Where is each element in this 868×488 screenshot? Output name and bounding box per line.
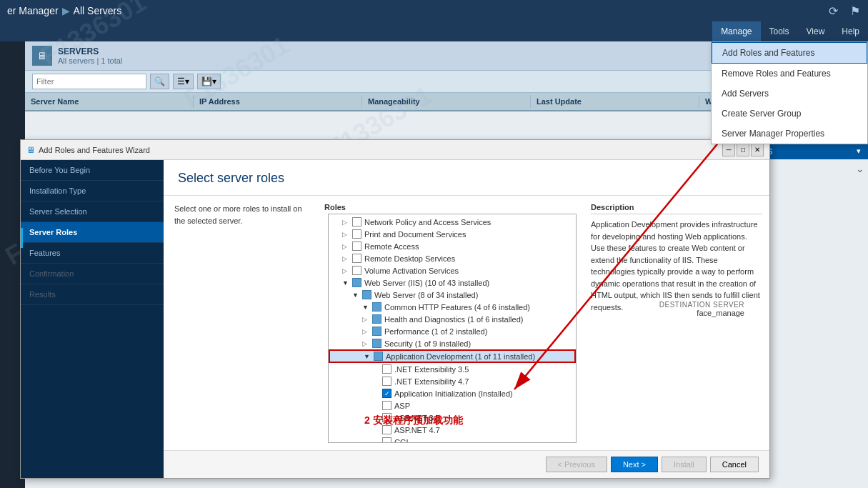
wizard-install-btn[interactable]: Install xyxy=(662,457,707,472)
filter-search-btn[interactable]: 🔍 xyxy=(150,74,169,89)
wizard-next-btn[interactable]: Next > xyxy=(611,457,658,472)
role-web-server-iis[interactable]: ▼ Web Server (IIS) (10 of 43 installed) xyxy=(329,277,576,289)
role-expand-icon[interactable]: ▷ xyxy=(372,439,381,444)
role-volume-activation[interactable]: ▷ Volume Activation Services xyxy=(329,264,576,277)
wizard-cancel-btn[interactable]: Cancel xyxy=(710,457,759,472)
wizard-instruction: Select one or more roles to install on t… xyxy=(174,203,310,226)
role-expand-iis-icon[interactable]: ▼ xyxy=(342,279,351,287)
tasks-chevron[interactable]: ⌄ xyxy=(856,163,864,174)
wizard-nav-confirmation[interactable]: Confirmation xyxy=(21,264,164,284)
wizard-previous-btn[interactable]: < Previous xyxy=(546,457,607,472)
role-common-http[interactable]: ▼ Common HTTP Features (4 of 6 installed… xyxy=(329,301,576,313)
role-expand-icon[interactable]: ▷ xyxy=(342,231,351,238)
filter-input[interactable] xyxy=(32,74,146,89)
role-app-init[interactable]: ▷ ✓ Application Initialization (Installe… xyxy=(329,387,576,399)
role-expand-icon[interactable]: ▷ xyxy=(342,243,351,250)
role-web-server[interactable]: ▼ Web Server (8 of 34 installed) xyxy=(329,289,576,301)
role-aspnet-47[interactable]: ▷ ASP.NET 4.7 xyxy=(329,424,576,436)
role-checkbox[interactable] xyxy=(382,425,391,434)
wizard-nav-before-you-begin[interactable]: Before You Begin xyxy=(21,160,164,181)
menu-item-add-servers[interactable]: Add Servers xyxy=(712,84,867,104)
menu-item-create-server-group[interactable]: Create Server Group xyxy=(712,104,867,124)
role-checkbox-checked[interactable]: ✓ xyxy=(382,389,391,398)
wizard-nav-server-selection[interactable]: Server Selection xyxy=(21,201,164,222)
menu-bar: Manage Tools View Help xyxy=(0,21,868,41)
role-network-policy[interactable]: ▷ Network Policy and Access Services xyxy=(329,216,576,228)
role-expand-icon[interactable]: ▼ xyxy=(362,304,371,311)
role-expand-icon[interactable]: ▷ xyxy=(342,255,351,262)
role-asp[interactable]: ▷ ASP xyxy=(329,399,576,412)
role-checkbox[interactable] xyxy=(372,314,381,324)
role-print[interactable]: ▷ Print and Document Services xyxy=(329,228,576,240)
role-expand-icon[interactable]: ▼ xyxy=(352,292,361,299)
role-checkbox[interactable] xyxy=(372,327,381,336)
roles-list-panel[interactable]: ▷ Network Policy and Access Services ▷ P… xyxy=(328,214,577,443)
role-checkbox[interactable] xyxy=(382,437,391,443)
top-bar: er Manager ▶ All Servers ⟳ ⚑ xyxy=(0,0,868,21)
menu-item-server-manager-props[interactable]: Server Manager Properties xyxy=(712,124,867,144)
menu-tools[interactable]: Tools xyxy=(761,21,798,41)
role-checkbox[interactable] xyxy=(352,266,361,275)
role-expand-icon[interactable]: ▷ xyxy=(342,267,351,274)
role-expand-icon[interactable]: ▷ xyxy=(342,219,351,226)
role-remote-desktop[interactable]: ▷ Remote Desktop Services xyxy=(329,252,576,264)
tasks-dropdown-icon[interactable]: ▾ xyxy=(857,146,861,156)
menu-help[interactable]: Help xyxy=(833,21,868,41)
role-checkbox[interactable] xyxy=(382,401,391,410)
roles-list: ▷ Network Policy and Access Services ▷ P… xyxy=(329,214,576,443)
role-expand-icon[interactable]: ▷ xyxy=(362,340,371,347)
flag-icon[interactable]: ⚑ xyxy=(846,3,864,19)
role-expand-icon[interactable]: ▷ xyxy=(372,427,381,434)
role-expand-appdev-icon[interactable]: ▼ xyxy=(364,353,372,360)
role-expand-icon[interactable]: ▷ xyxy=(372,378,381,385)
role-health-diag[interactable]: ▷ Health and Diagnostics (1 of 6 install… xyxy=(329,313,576,325)
role-checkbox-iis[interactable] xyxy=(352,278,361,287)
role-checkbox[interactable] xyxy=(352,241,361,251)
wizard-nav-installation-type[interactable]: Installation Type xyxy=(21,181,164,201)
description-text: Application Development provides infrast… xyxy=(591,219,762,313)
role-checkbox[interactable] xyxy=(382,377,391,386)
menu-item-add-roles[interactable]: Add Roles and Features xyxy=(712,42,867,64)
role-expand-icon[interactable]: ▷ xyxy=(372,390,381,397)
breadcrumb-separator: ▶ xyxy=(62,5,70,16)
wizard-maximize-btn[interactable]: □ xyxy=(737,144,749,156)
wizard-body-left: Select one or more roles to install on t… xyxy=(164,203,321,443)
role-checkbox[interactable] xyxy=(362,290,371,299)
role-cgi[interactable]: ▷ CGI xyxy=(329,436,576,443)
role-remote-access[interactable]: ▷ Remote Access xyxy=(329,240,576,252)
wizard-nav-server-roles[interactable]: Server Roles xyxy=(21,222,164,243)
role-checkbox[interactable] xyxy=(382,364,391,374)
role-net-ext-35[interactable]: ▷ .NET Extensibility 3.5 xyxy=(329,363,576,375)
role-checkbox[interactable] xyxy=(372,302,381,312)
role-aspnet-35[interactable]: ▷ ASP.NET 3.5 xyxy=(329,412,576,424)
role-checkbox-appdev[interactable] xyxy=(374,352,383,361)
role-expand-icon[interactable]: ▷ xyxy=(372,402,381,409)
role-expand-icon[interactable]: ▷ xyxy=(372,366,381,373)
filter-options-btn[interactable]: ☰▾ xyxy=(173,74,194,89)
refresh-icon[interactable]: ⟳ xyxy=(824,3,842,19)
role-net-ext-47[interactable]: ▷ .NET Extensibility 4.7 xyxy=(329,375,576,387)
role-checkbox[interactable] xyxy=(352,254,361,263)
role-checkbox[interactable] xyxy=(352,229,361,239)
role-checkbox[interactable] xyxy=(352,217,361,226)
wizard-header: Select server roles DESTINATION SERVER f… xyxy=(164,160,769,196)
role-checkbox[interactable] xyxy=(382,413,391,422)
col-manageability: Manageability xyxy=(362,95,531,108)
filter-save-btn[interactable]: 💾▾ xyxy=(197,74,221,89)
role-label: Common HTTP Features (4 of 6 installed) xyxy=(384,303,530,312)
role-expand-icon[interactable]: ▷ xyxy=(372,414,381,422)
wizard-nav-results[interactable]: Results xyxy=(21,284,164,305)
wizard-main-area: Select server roles DESTINATION SERVER f… xyxy=(164,160,769,478)
role-performance[interactable]: ▷ Performance (1 of 2 installed) xyxy=(329,325,576,337)
role-expand-icon[interactable]: ▷ xyxy=(362,316,371,323)
menu-manage[interactable]: Manage xyxy=(712,21,760,41)
wizard-close-btn[interactable]: ✕ xyxy=(751,144,764,156)
role-expand-icon[interactable]: ▷ xyxy=(362,328,371,335)
role-security[interactable]: ▷ Security (1 of 9 installed) xyxy=(329,337,576,349)
role-checkbox[interactable] xyxy=(372,339,381,348)
wizard-nav-features[interactable]: Features xyxy=(21,243,164,264)
wizard-minimize-btn[interactable]: ─ xyxy=(722,144,735,156)
menu-item-remove-roles[interactable]: Remove Roles and Features xyxy=(712,64,867,84)
role-app-dev[interactable]: ▼ Application Development (1 of 11 insta… xyxy=(329,349,576,363)
menu-view[interactable]: View xyxy=(798,21,834,41)
